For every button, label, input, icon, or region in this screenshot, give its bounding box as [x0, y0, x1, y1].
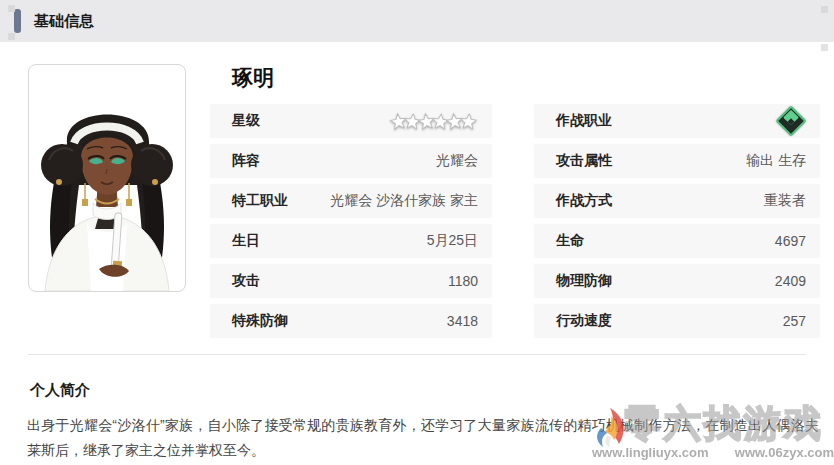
stat-row-combat-class: 作战职业 — [534, 104, 820, 138]
profile-title: 个人简介 — [30, 381, 90, 400]
decor-square — [8, 33, 15, 40]
character-name: 琢明 — [232, 64, 274, 92]
decor-square — [821, 44, 828, 51]
character-illustration — [29, 65, 185, 291]
page: 基础信息 — [0, 0, 834, 465]
character-portrait — [28, 64, 186, 292]
stat-row-agent-occupation: 特工职业 光耀会 沙洛什家族 家主 — [210, 184, 492, 218]
defender-class-icon — [775, 105, 806, 136]
stat-label: 行动速度 — [556, 312, 612, 330]
stat-row-faction: 阵容 光耀会 — [210, 144, 492, 178]
stat-label: 阵容 — [232, 152, 260, 170]
stat-value: 2409 — [775, 273, 806, 289]
stat-row-action-speed: 行动速度 257 — [534, 304, 820, 338]
stat-label: 物理防御 — [556, 272, 612, 290]
stat-row-star-level: 星级 — [210, 104, 492, 138]
decor-square — [8, 5, 15, 12]
stat-row-birthday: 生日 5月25日 — [210, 224, 492, 258]
stat-value: 输出 生存 — [746, 152, 806, 170]
star-icon — [458, 111, 479, 132]
stat-row-combat-style: 作战方式 重装者 — [534, 184, 820, 218]
stat-label: 生日 — [232, 232, 260, 250]
stat-value: 4697 — [775, 233, 806, 249]
stats-column-left: 星级 阵容 光耀会 特工职业 光耀会 沙洛什家族 家主 生日 5月25日 攻击 … — [210, 104, 492, 344]
profile-text: 出身于光耀会“沙洛什”家族，自小除了接受常规的贵族教育外，还学习了大量家族流传的… — [27, 413, 819, 463]
stat-row-attack-attribute: 攻击属性 输出 生存 — [534, 144, 820, 178]
stat-value: 1180 — [448, 273, 478, 289]
stat-value: 3418 — [447, 313, 478, 329]
stat-value: 重装者 — [764, 192, 806, 210]
section-header: 基础信息 — [0, 0, 834, 42]
stat-label: 星级 — [232, 112, 260, 130]
stats-column-right: 作战职业 攻击属性 输出 生存 作战方式 重装者 生命 4697 物理防御 24… — [534, 104, 820, 344]
stat-row-special-defense: 特殊防御 3418 — [210, 304, 492, 338]
stat-label: 特殊防御 — [232, 312, 288, 330]
stat-value: 光耀会 沙洛什家族 家主 — [330, 192, 478, 210]
section-divider — [28, 354, 806, 355]
stat-label: 作战方式 — [556, 192, 612, 210]
stat-row-attack: 攻击 1180 — [210, 264, 492, 298]
stat-value: 光耀会 — [436, 152, 478, 170]
decor-square — [821, 6, 828, 13]
stat-label: 生命 — [556, 232, 584, 250]
stat-value: 257 — [783, 313, 806, 329]
section-title: 基础信息 — [34, 0, 94, 42]
stat-row-hp: 生命 4697 — [534, 224, 820, 258]
accent-bar — [14, 9, 21, 33]
stat-label: 作战职业 — [556, 112, 612, 130]
stat-value: 5月25日 — [427, 232, 478, 250]
stat-label: 攻击 — [232, 272, 260, 290]
star-rating — [389, 112, 478, 131]
stat-row-physical-defense: 物理防御 2409 — [534, 264, 820, 298]
stat-label: 特工职业 — [232, 192, 288, 210]
stat-label: 攻击属性 — [556, 152, 612, 170]
